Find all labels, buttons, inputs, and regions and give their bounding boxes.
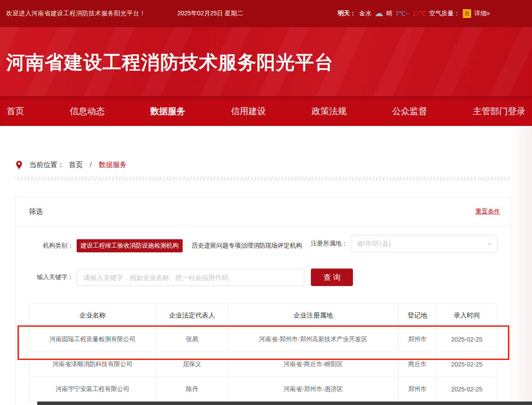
category-option-2[interactable]: 历史遗留问题专项治理消防现场评定机构: [188, 239, 306, 252]
category-options: 建设工程竣工验收消防设施检测机构历史遗留问题专项治理消防现场评定机构: [77, 239, 306, 252]
nav-item-5[interactable]: 政策法规: [312, 105, 347, 117]
table-cell: 2025-02-25: [437, 327, 497, 352]
weather-tomorrow-label: 明天：: [338, 10, 356, 17]
region-select[interactable]: 省/市/区(县) ∨: [351, 235, 497, 252]
welcome-text: 欢迎进入河南省建设工程消防技术服务阳光平台！: [6, 10, 146, 17]
search-button[interactable]: 查 询: [311, 269, 353, 286]
column-header: 录入时间: [437, 304, 497, 327]
table-cell: 郑州市: [398, 327, 437, 352]
cloud-icon: ☁: [374, 9, 383, 17]
weather-condition: 晴: [386, 10, 392, 17]
table-cell: 屈保义: [156, 352, 228, 377]
right-edge-tint: [511, 127, 532, 405]
keyword-input[interactable]: [77, 269, 304, 286]
table-row: 河南宇宁安装工程有限公司陈丹河南省-郑州市-惠济区郑州市2025-02-25: [29, 377, 497, 402]
table-cell: 河南省-郑州市-郑州高新技术产业开发区: [228, 327, 398, 352]
keyword-label: 输入关键字：: [29, 273, 74, 281]
weather-widget: 明天： 金水 ☁ 晴 7℃~ 17℃ 空气质量： 良 详细»: [338, 9, 490, 18]
nav-item-3[interactable]: 数据服务: [150, 105, 185, 117]
column-header: 企业法定代表人: [156, 304, 228, 327]
temp-high: 17℃: [412, 10, 426, 17]
table-cell: 陈丹: [156, 377, 228, 402]
header-row: 企业名称企业法定代表人企业注册属地登记地录入时间: [29, 304, 497, 327]
category-label: 机构类别：: [29, 242, 74, 250]
column-header: 企业名称: [29, 304, 156, 327]
table-cell: 河南省-商丘市-睢阳区: [228, 352, 398, 377]
air-quality-badge: 良: [463, 9, 471, 18]
nav-item-6[interactable]: 公众监督: [392, 105, 427, 117]
table-cell: 2025-02-25: [437, 352, 497, 377]
table-cell: 张易: [156, 327, 228, 352]
results-table: 企业名称企业法定代表人企业注册属地登记地录入时间 河南固瑞工程质量检测有限公司张…: [29, 304, 497, 402]
location-pin-icon: [16, 161, 22, 169]
table-row: 河南固瑞工程质量检测有限公司张易河南省-郑州市-郑州高新技术产业开发区郑州市20…: [29, 327, 497, 352]
breadcrumb: 当前位置： 首页 / 数据服务: [16, 157, 127, 173]
table-cell: 河南固瑞工程质量检测有限公司: [29, 327, 156, 352]
temp-low: 7℃~: [395, 10, 409, 17]
nav-item-7[interactable]: 主管部门登录: [473, 105, 525, 117]
chevron-down-icon: ∨: [487, 241, 492, 246]
main-nav: 首页信息动态数据服务信用建设政策法规公众监督主管部门登录: [0, 96, 532, 126]
column-header: 登记地: [398, 304, 437, 327]
breadcrumb-separator: /: [90, 161, 92, 169]
table-row: 河南省泽顺消防科技有限公司屈保义河南省-商丘市-睢阳区商丘市2025-02-25: [29, 352, 497, 377]
breadcrumb-current: 数据服务: [99, 161, 127, 170]
air-quality-label: 空气质量：: [429, 10, 460, 17]
nav-item-4[interactable]: 信用建设: [231, 105, 266, 117]
region-label: 注册所属地：: [303, 240, 348, 248]
topbar: 欢迎进入河南省建设工程消防技术服务阳光平台！ 2025年02月25日 星期二 明…: [0, 0, 532, 27]
site-banner: 河南省建设工程消防技术服务阳光平台: [0, 27, 532, 96]
table-cell: 河南宇宁安装工程有限公司: [29, 377, 156, 402]
keyword-filter-row: 输入关键字： 查 询: [29, 269, 497, 286]
nav-item-1[interactable]: 首页: [7, 105, 24, 117]
nav-item-2[interactable]: 信息动态: [70, 105, 105, 117]
region-select-placeholder: 省/市/区(县): [356, 240, 391, 248]
results-table-head: 企业名称企业法定代表人企业注册属地登记地录入时间: [29, 304, 497, 327]
reset-filters-link[interactable]: 重置条件: [476, 208, 500, 216]
column-header: 企业注册属地: [228, 304, 398, 327]
results-table-body: 河南固瑞工程质量检测有限公司张易河南省-郑州市-郑州高新技术产业开发区郑州市20…: [29, 327, 497, 402]
divider-slashes: [15, 177, 511, 181]
table-cell: 河南省-郑州市-惠济区: [228, 377, 398, 402]
filter-panel-header: 筛选 重置条件: [16, 197, 511, 227]
table-cell: 郑州市: [398, 377, 437, 402]
weather-district: 金水: [359, 10, 371, 17]
date-text: 2025年02月25日 星期二: [177, 10, 243, 17]
filter-panel-title: 筛选: [29, 207, 43, 216]
table-cell: 河南省泽顺消防科技有限公司: [29, 352, 156, 377]
breadcrumb-label: 当前位置：: [29, 161, 64, 170]
site-title: 河南省建设工程消防技术服务阳光平台: [0, 27, 532, 75]
weather-detail-link[interactable]: 详细»: [474, 10, 490, 17]
region-group: 注册所属地： 省/市/区(县) ∨: [303, 235, 497, 252]
breadcrumb-home-link[interactable]: 首页: [69, 161, 83, 170]
table-cell: 2025-02-25: [437, 377, 497, 402]
category-option-1[interactable]: 建设工程竣工验收消防设施检测机构: [77, 239, 183, 252]
table-cell: 商丘市: [398, 352, 437, 377]
bottom-dark-bar: [37, 402, 532, 405]
filter-panel: 筛选 重置条件 机构类别： 建设工程竣工验收消防设施检测机构历史遗留问题专项治理…: [15, 197, 511, 405]
